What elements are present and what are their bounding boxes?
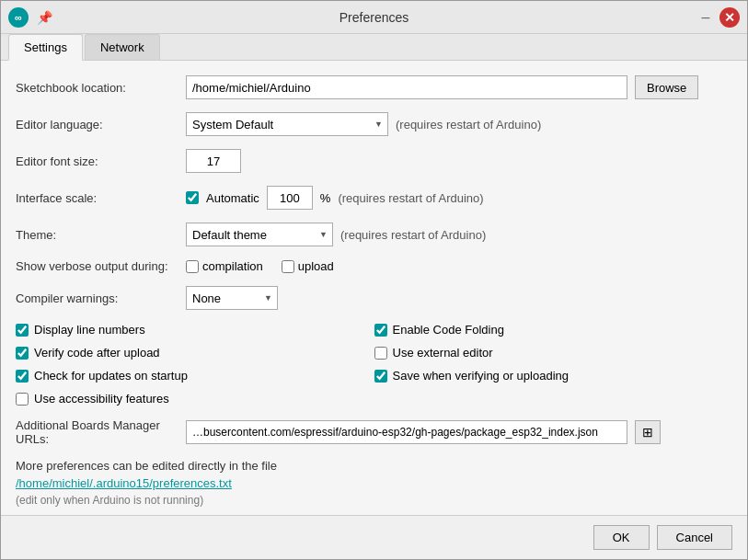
- compilation-label: compilation: [202, 259, 263, 273]
- additional-urls-input[interactable]: [186, 420, 627, 444]
- compilation-check-row: compilation: [186, 259, 263, 273]
- minimize-button[interactable]: –: [696, 7, 716, 28]
- editor-font-control: [186, 149, 732, 173]
- tab-network[interactable]: Network: [85, 34, 160, 60]
- theme-note: (requires restart of Arduino): [340, 228, 486, 242]
- use-accessibility-label: Use accessibility features: [34, 392, 169, 406]
- interface-scale-label: Interface scale:: [16, 191, 186, 205]
- pin-icon: 📌: [34, 7, 54, 28]
- display-line-numbers-checkbox[interactable]: [16, 324, 29, 337]
- titlebar-controls: – ✕: [696, 7, 740, 28]
- sketchbook-location-label: Sketchbook location:: [16, 81, 186, 95]
- use-external-editor-label: Use external editor: [393, 346, 493, 360]
- additional-urls-control: ⊞: [186, 420, 732, 444]
- file-note: More preferences can be edited directly …: [16, 459, 732, 473]
- theme-select[interactable]: Default theme: [186, 223, 333, 246]
- preferences-window: ∞ 📌 Preferences – ✕ Settings Network Ske…: [0, 0, 748, 560]
- verbose-output-control: compilation upload: [186, 259, 732, 273]
- close-icon: ✕: [724, 10, 735, 25]
- editor-font-input[interactable]: [186, 149, 241, 173]
- upload-check-row: upload: [282, 259, 334, 273]
- titlebar-left-icons: ∞ 📌: [8, 7, 54, 28]
- sketchbook-location-input[interactable]: [186, 75, 627, 99]
- save-when-verifying-row: Save when verifying or uploading: [374, 369, 733, 383]
- interface-scale-auto-checkbox[interactable]: [186, 191, 199, 204]
- theme-label: Theme:: [16, 228, 186, 242]
- arduino-logo-icon: ∞: [8, 7, 29, 28]
- check-for-updates-checkbox[interactable]: [16, 370, 29, 383]
- cancel-button[interactable]: Cancel: [657, 525, 732, 550]
- compiler-warnings-control: None: [186, 286, 732, 310]
- minimize-icon: –: [702, 9, 710, 26]
- editor-language-row: Editor language: System Default (require…: [16, 112, 732, 136]
- save-when-verifying-label: Save when verifying or uploading: [393, 369, 570, 383]
- browse-button[interactable]: Browse: [635, 75, 698, 99]
- tab-settings[interactable]: Settings: [8, 34, 83, 61]
- compiler-warnings-row: Compiler warnings: None: [16, 286, 732, 310]
- sketchbook-location-control: Browse: [186, 75, 732, 99]
- interface-scale-input[interactable]: [267, 186, 313, 210]
- enable-code-folding-checkbox[interactable]: [374, 324, 387, 337]
- enable-code-folding-label: Enable Code Folding: [393, 323, 504, 337]
- editor-font-row: Editor font size:: [16, 149, 732, 173]
- use-external-editor-checkbox[interactable]: [374, 347, 387, 360]
- editor-language-select-wrapper: System Default: [186, 112, 388, 136]
- verify-code-after-upload-checkbox[interactable]: [16, 347, 29, 360]
- display-line-numbers-row: Display line numbers: [16, 323, 374, 337]
- sketchbook-location-row: Sketchbook location: Browse: [16, 75, 732, 99]
- display-line-numbers-label: Display line numbers: [34, 323, 145, 337]
- footer: OK Cancel: [1, 515, 747, 559]
- editor-language-note: (requires restart of Arduino): [396, 118, 541, 131]
- interface-scale-auto-label: Automatic: [206, 191, 259, 205]
- use-accessibility-row: Use accessibility features: [16, 392, 374, 406]
- theme-row: Theme: Default theme (requires restart o…: [16, 223, 732, 246]
- titlebar: ∞ 📌 Preferences – ✕: [1, 1, 747, 34]
- checkboxes-section: Display line numbers Verify code after u…: [16, 323, 732, 406]
- editor-language-select[interactable]: System Default: [186, 112, 388, 136]
- interface-scale-control: Automatic % (requires restart of Arduino…: [186, 186, 732, 210]
- compiler-warnings-select[interactable]: None: [186, 286, 278, 310]
- verify-code-after-upload-row: Verify code after upload: [16, 346, 374, 360]
- verbose-output-row: Show verbose output during: compilation …: [16, 259, 732, 273]
- checkboxes-col-2: Enable Code Folding Use external editor …: [374, 323, 733, 406]
- theme-control: Default theme (requires restart of Ardui…: [186, 223, 732, 246]
- check-for-updates-row: Check for updates on startup: [16, 369, 374, 383]
- editor-language-label: Editor language:: [16, 118, 186, 131]
- compiler-warnings-select-wrapper: None: [186, 286, 278, 310]
- verbose-output-label: Show verbose output during:: [16, 259, 186, 273]
- compilation-checkbox[interactable]: [186, 260, 199, 273]
- compiler-warnings-label: Compiler warnings:: [16, 291, 186, 305]
- tabs-bar: Settings Network: [1, 34, 747, 61]
- verify-code-after-upload-label: Verify code after upload: [34, 346, 160, 360]
- use-external-editor-row: Use external editor: [374, 346, 733, 360]
- upload-checkbox[interactable]: [282, 260, 294, 273]
- url-edit-icon: ⊞: [642, 425, 653, 440]
- enable-code-folding-row: Enable Code Folding: [374, 323, 733, 337]
- save-when-verifying-checkbox[interactable]: [374, 370, 387, 383]
- editor-font-label: Editor font size:: [16, 154, 186, 168]
- edit-note: (edit only when Arduino is not running): [16, 494, 732, 507]
- checkboxes-col-1: Display line numbers Verify code after u…: [16, 323, 374, 406]
- close-button[interactable]: ✕: [719, 7, 740, 28]
- interface-scale-row: Interface scale: Automatic % (requires r…: [16, 186, 732, 210]
- url-edit-button[interactable]: ⊞: [635, 420, 661, 444]
- use-accessibility-checkbox[interactable]: [16, 393, 29, 406]
- additional-urls-row: Additional Boards Manager URLs: ⊞: [16, 418, 732, 446]
- ok-button[interactable]: OK: [593, 525, 650, 550]
- file-info-section: More preferences can be edited directly …: [16, 459, 732, 507]
- upload-label: upload: [298, 259, 334, 273]
- interface-scale-note: (requires restart of Arduino): [338, 191, 483, 205]
- file-path-link[interactable]: /home/michiel/.arduino15/preferences.txt: [16, 476, 732, 490]
- editor-language-control: System Default (requires restart of Ardu…: [186, 112, 732, 136]
- check-for-updates-label: Check for updates on startup: [34, 369, 188, 383]
- window-title: Preferences: [339, 10, 409, 25]
- settings-content: Sketchbook location: Browse Editor langu…: [1, 61, 747, 515]
- theme-select-wrapper: Default theme: [186, 223, 333, 246]
- interface-scale-pct: %: [320, 191, 331, 205]
- additional-urls-label: Additional Boards Manager URLs:: [16, 418, 186, 446]
